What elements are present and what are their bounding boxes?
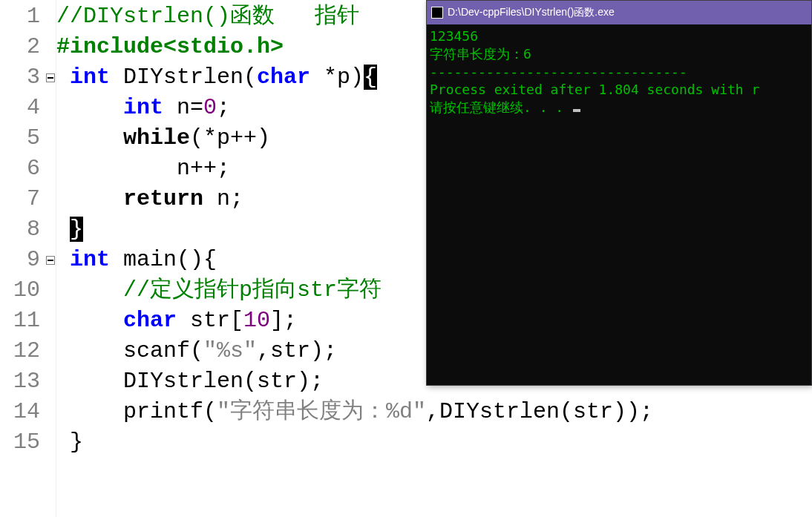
fold-cell [45, 214, 56, 245]
line-number: 2 [0, 32, 45, 62]
fold-cell [45, 275, 56, 306]
line-number: 4 [0, 93, 45, 123]
line-number: 11 [0, 306, 45, 336]
console-output: 123456 字符串长度为：6 ------------------------… [427, 24, 811, 385]
fold-cell [45, 397, 56, 427]
fold-cell [45, 123, 56, 154]
console-window[interactable]: D:\Dev-cppFiles\DIYstrlen()函数.exe 123456… [426, 0, 812, 386]
fold-cell [45, 93, 56, 123]
line-number: 14 [0, 397, 45, 427]
fold-cell[interactable] [45, 245, 56, 275]
line-number: 3 [0, 62, 45, 93]
code-line[interactable]: printf("字符串长度为：%d",DIYstrlen(str)); [56, 397, 812, 427]
line-number: 7 [0, 184, 45, 214]
line-number-gutter: 123456789101112131415 [0, 0, 45, 517]
fold-cell [45, 306, 56, 336]
fold-cell[interactable] [45, 62, 56, 93]
line-number: 5 [0, 123, 45, 154]
code-line[interactable]: } [56, 427, 812, 458]
line-number: 12 [0, 336, 45, 366]
line-number: 6 [0, 154, 45, 184]
fold-cell [45, 1, 56, 32]
console-icon [431, 7, 443, 19]
console-title: D:\Dev-cppFiles\DIYstrlen()函数.exe [448, 6, 615, 19]
line-number: 1 [0, 1, 45, 32]
line-number: 10 [0, 275, 45, 306]
line-number: 8 [0, 214, 45, 245]
fold-column[interactable] [45, 0, 56, 517]
fold-cell [45, 184, 56, 214]
fold-cell [45, 336, 56, 366]
console-titlebar[interactable]: D:\Dev-cppFiles\DIYstrlen()函数.exe [427, 1, 811, 24]
fold-toggle-icon[interactable] [46, 73, 55, 82]
fold-cell [45, 366, 56, 397]
console-cursor [573, 109, 580, 112]
fold-cell [45, 154, 56, 184]
line-number: 13 [0, 366, 45, 397]
fold-toggle-icon[interactable] [46, 256, 55, 265]
line-number: 15 [0, 427, 45, 458]
fold-cell [45, 427, 56, 458]
line-number: 9 [0, 245, 45, 275]
fold-cell [45, 32, 56, 62]
